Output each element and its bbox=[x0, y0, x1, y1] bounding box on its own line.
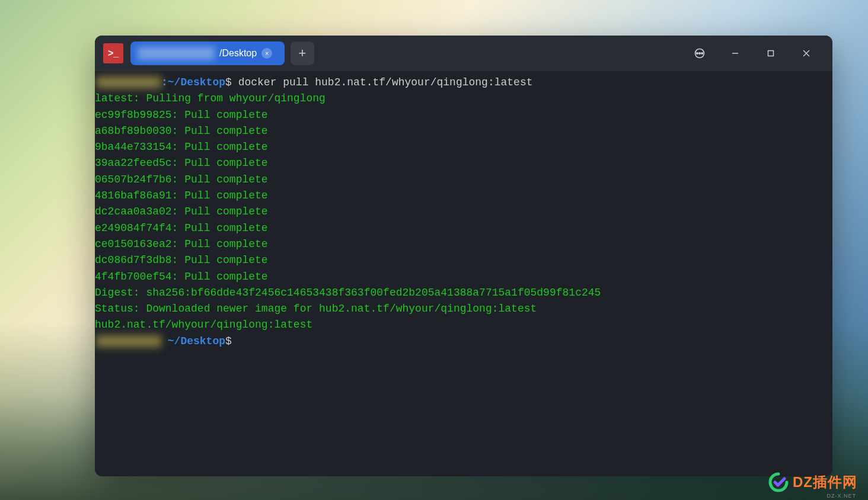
prompt-line-1: :~/Desktop$ docker pull hub2.nat.tf/whyo… bbox=[95, 75, 832, 91]
output-line: dc086d7f3db8: Pull complete bbox=[95, 252, 832, 268]
tab-user-redacted bbox=[138, 47, 215, 60]
output-line: 4816baf86a91: Pull complete bbox=[95, 188, 832, 204]
output-line: Status: Downloaded newer image for hub2.… bbox=[95, 301, 832, 317]
svg-point-3 bbox=[701, 53, 703, 55]
close-icon bbox=[803, 50, 810, 57]
output-line: ec99f8b99825: Pull complete bbox=[95, 107, 832, 123]
svg-point-2 bbox=[697, 53, 698, 55]
tab-active[interactable]: /Desktop × bbox=[130, 41, 285, 65]
terminal-body[interactable]: :~/Desktop$ docker pull hub2.nat.tf/whyo… bbox=[95, 71, 832, 350]
output-line: ce0150163ea2: Pull complete bbox=[95, 236, 832, 252]
output-line: latest: Pulling from whyour/qinglong bbox=[95, 91, 832, 107]
prompt-dollar: $ bbox=[225, 335, 232, 347]
minimize-icon bbox=[732, 50, 739, 57]
plus-icon: + bbox=[299, 46, 307, 61]
user-redacted bbox=[96, 335, 161, 347]
terminal-app-icon: >_ bbox=[103, 43, 123, 63]
svg-point-1 bbox=[699, 53, 701, 55]
prompt-path: :~/Desktop bbox=[161, 76, 225, 88]
watermark-text: DZ插件网 bbox=[793, 473, 857, 492]
close-button[interactable] bbox=[789, 36, 824, 71]
window-controls bbox=[682, 36, 824, 71]
minimize-button[interactable] bbox=[717, 36, 753, 71]
tab-close-button[interactable]: × bbox=[261, 48, 272, 59]
prompt-path: ~/Desktop bbox=[161, 335, 225, 347]
prompt-line-2: ~/Desktop$ bbox=[95, 334, 832, 350]
command-text: docker pull hub2.nat.tf/whyour/qinglong:… bbox=[232, 76, 533, 88]
settings-button[interactable] bbox=[682, 36, 717, 71]
maximize-button[interactable] bbox=[753, 36, 789, 71]
prompt-dollar: $ bbox=[225, 76, 232, 88]
settings-icon bbox=[694, 47, 706, 59]
output-line: 39aa22feed5c: Pull complete bbox=[95, 155, 832, 171]
svg-rect-5 bbox=[768, 51, 774, 56]
watermark-subtext: DZ-X.NET bbox=[827, 493, 857, 499]
tab-title: /Desktop bbox=[219, 48, 257, 59]
output-line: dc2caa0a3a02: Pull complete bbox=[95, 204, 832, 220]
user-redacted bbox=[96, 76, 161, 88]
output-line: hub2.nat.tf/whyour/qinglong:latest bbox=[95, 317, 832, 333]
new-tab-button[interactable]: + bbox=[291, 41, 314, 65]
output-line: 9ba44e733154: Pull complete bbox=[95, 139, 832, 155]
titlebar: >_ /Desktop × + bbox=[95, 36, 832, 71]
output-line: a68bf89b0030: Pull complete bbox=[95, 123, 832, 139]
output-line: e249084f74f4: Pull complete bbox=[95, 220, 832, 236]
terminal-window: >_ /Desktop × + bbox=[95, 36, 832, 476]
watermark-logo-icon bbox=[768, 472, 789, 493]
tab-bar: /Desktop × + bbox=[130, 41, 675, 65]
close-icon: × bbox=[265, 50, 269, 57]
maximize-icon bbox=[767, 50, 774, 57]
output-line: Digest: sha256:bf66dde43f2456c14653438f3… bbox=[95, 285, 832, 301]
output-line: 4f4fb700ef54: Pull complete bbox=[95, 269, 832, 285]
app-icon-glyph: >_ bbox=[108, 48, 119, 59]
output-line: 06507b24f7b6: Pull complete bbox=[95, 172, 832, 188]
watermark: DZ插件网 bbox=[768, 472, 857, 493]
